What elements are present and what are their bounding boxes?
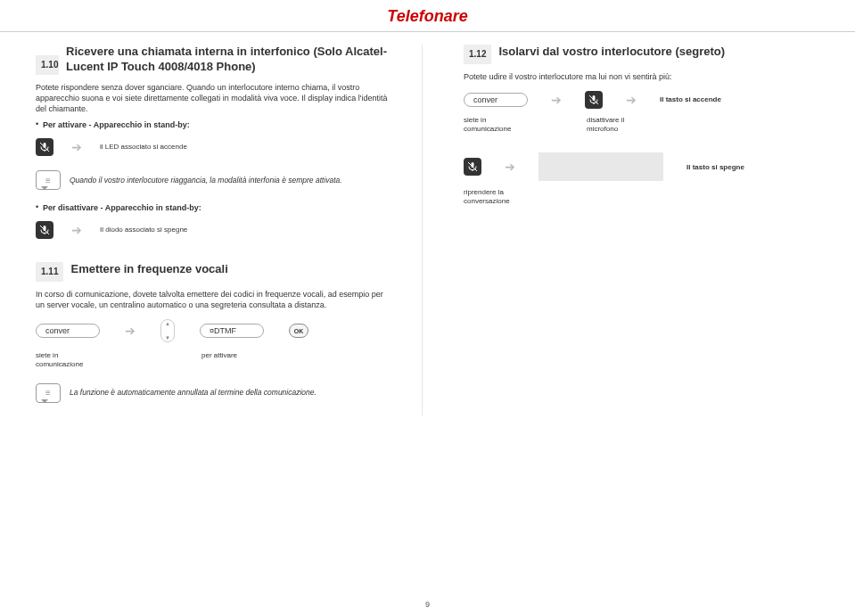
mute-off-captions: riprendere la conversazione: [464, 188, 819, 205]
caption-resume: riprendere la conversazione: [464, 188, 528, 205]
disable-row: ➔ Il diodo associato si spegne: [36, 221, 391, 239]
conver-pill: conver: [36, 324, 100, 338]
led-on-text: il LED associato si accende: [100, 143, 187, 152]
section-number: 1.12: [464, 45, 491, 64]
enable-list: Per attivare - Apparecchio in stand-by:: [36, 119, 391, 129]
nav-dtmf-group: ▲▼: [160, 319, 175, 342]
mute-icon: [36, 221, 53, 239]
right-column: 1.12 Isolarvi dal vostro interlocutore (…: [458, 45, 819, 415]
section-1-10-head: 1.10 Ricevere una chiamata interna in in…: [36, 45, 391, 75]
mute-icon: [36, 138, 53, 156]
arrow-icon: ➔: [505, 160, 515, 174]
note-text: La funzione è automaticamente annullata …: [70, 388, 317, 398]
mute-off-row: ➔ Il tasto si spegne: [464, 152, 819, 181]
nav-pad-icon: ▲▼: [160, 319, 175, 342]
disable-list: Per disattivare - Apparecchio in stand-b…: [36, 202, 391, 212]
arrow-icon: ➔: [71, 140, 82, 154]
arrow-icon: ➔: [626, 93, 637, 107]
speech-bubble-icon: ≡: [36, 170, 61, 190]
enable-row: ➔ il LED associato si accende: [36, 138, 391, 156]
led-off-text: Il diodo associato si spegne: [100, 226, 187, 234]
section-title: Isolarvi dal vostro interlocutore (segre…: [498, 45, 725, 60]
note-text: Quando il vostro interlocutore riagganci…: [70, 176, 342, 185]
dtmf-row: conver ➔ ▲▼ ¤DTMF OK: [36, 319, 391, 342]
intro-paragraph: Potete udire il vostro interlocutore ma …: [464, 71, 819, 82]
dtmf-captions: siete in comunicazione per attivare: [36, 351, 391, 368]
section-1-11-head: 1.11 Emettere in frequenze vocali: [36, 262, 391, 282]
left-column: 1.10 Ricevere una chiamata interna in in…: [36, 45, 423, 415]
content-columns: 1.10 Ricevere una chiamata interna in in…: [0, 32, 855, 415]
section-1-12-head: 1.12 Isolarvi dal vostro interlocutore (…: [464, 45, 819, 64]
caption-disable-mic: disattivare il microfono: [587, 116, 649, 133]
dtmf-pill: ¤DTMF: [200, 324, 264, 338]
caption-in-call: siete in comunicazione: [464, 116, 528, 133]
mute-on-row: conver ➔ ➔ Il tasto si accende: [464, 91, 819, 109]
placeholder-block: [538, 152, 663, 181]
key-off-text: Il tasto si spegne: [686, 163, 744, 172]
mute-on-captions: siete in comunicazione disattivare il mi…: [464, 116, 819, 133]
section-number: 1.11: [36, 262, 63, 282]
arrow-icon: ➔: [551, 93, 562, 107]
mute-icon: [585, 91, 603, 109]
key-on-text: Il tasto si accende: [660, 95, 721, 104]
caption-activate: per attivare: [201, 351, 266, 360]
ok-button: OK: [289, 324, 308, 338]
intro-paragraph: In corso di comunicazione, dovete talvol…: [36, 289, 391, 310]
note-row: ≡ La funzione è automaticamente annullat…: [36, 383, 391, 403]
conver-pill: conver: [464, 93, 528, 107]
arrow-icon: ➔: [125, 324, 136, 338]
speech-bubble-icon: ≡: [36, 383, 61, 403]
section-number: 1.10: [36, 55, 59, 75]
enable-label: Per attivare - Apparecchio in stand-by:: [43, 120, 190, 129]
disable-label: Per disattivare - Apparecchio in stand-b…: [43, 203, 201, 212]
section-title: Emettere in frequenze vocali: [70, 262, 227, 277]
section-title: Ricevere una chiamata interna in interfo…: [66, 45, 391, 75]
mute-icon: [464, 158, 481, 176]
caption-in-call: siete in comunicazione: [36, 351, 100, 368]
arrow-icon: ➔: [71, 223, 82, 237]
page-title: Telefonare: [0, 0, 855, 32]
note-row: ≡ Quando il vostro interlocutore riaggan…: [36, 170, 391, 190]
page-number: 9: [0, 600, 855, 609]
intro-paragraph: Potete rispondere senza dover sganciare.…: [36, 82, 391, 114]
gray-block-group: [538, 152, 663, 181]
